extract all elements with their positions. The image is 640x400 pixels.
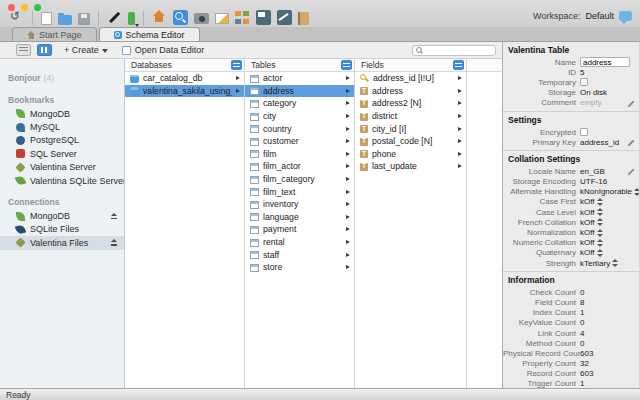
- list-item-address-id-i-u[interactable]: address_id [I!U]: [355, 72, 466, 85]
- list-item-film-actor[interactable]: film_actor: [245, 160, 354, 173]
- expand-arrow-icon: [346, 190, 350, 194]
- eject-icon[interactable]: [110, 239, 118, 246]
- list-item-city-id-i[interactable]: city_id [I]: [355, 122, 466, 135]
- list-item-district[interactable]: district: [355, 110, 466, 123]
- select-arrows-icon[interactable]: [597, 198, 603, 206]
- edit-pencil-icon[interactable]: [627, 168, 635, 176]
- list-item-payment[interactable]: payment: [245, 223, 354, 236]
- sidebar-item-mongodb[interactable]: MongoDB: [0, 209, 124, 222]
- sidebar-item-sqlite-files[interactable]: SQLite Files: [0, 223, 124, 236]
- list-item-car-catalog-db[interactable]: car_catalog_db: [125, 72, 244, 85]
- open-data-editor-checkbox[interactable]: Open Data Editor: [122, 45, 205, 55]
- sidebar-item-valentina-sqlite-server[interactable]: Valentina SQLite Server: [0, 174, 124, 187]
- list-item-customer[interactable]: customer: [245, 135, 354, 148]
- column-options-button[interactable]: [231, 60, 242, 70]
- schema-editor-icon[interactable]: [173, 10, 188, 25]
- pen-icon[interactable]: [107, 10, 122, 25]
- chevron-down-icon: [102, 49, 108, 53]
- list-item-category[interactable]: category: [245, 97, 354, 110]
- list-item-city[interactable]: city: [245, 110, 354, 123]
- database-icon: [130, 87, 139, 95]
- expand-arrow-icon: [346, 227, 350, 231]
- select-arrows-icon[interactable]: [597, 208, 603, 216]
- book-icon[interactable]: [298, 12, 309, 25]
- select-arrows-icon[interactable]: [634, 188, 639, 196]
- form-icon[interactable]: [256, 10, 271, 25]
- workspace-value[interactable]: Default: [585, 11, 614, 21]
- column-options-button[interactable]: [453, 60, 464, 70]
- name-input[interactable]: [580, 57, 630, 67]
- property-label: Quaternary: [503, 248, 580, 257]
- column-options-button[interactable]: [341, 60, 352, 70]
- table-icon: [250, 125, 259, 133]
- select-arrows-icon[interactable]: [597, 218, 603, 226]
- property-label: Case First: [503, 197, 580, 206]
- property-value-text: 32: [580, 359, 589, 368]
- power-icon[interactable]: [128, 12, 135, 25]
- column-list: actoraddresscategorycitycountrycustomerf…: [245, 72, 354, 388]
- list-item-last-update[interactable]: last_update: [355, 160, 466, 173]
- property-label: Field Count: [503, 298, 580, 307]
- list-item-valentina-sakila-using-foreign-key[interactable]: valentina_sakila_using_foreign_key: [125, 85, 244, 98]
- browser-column-fields: Fieldsaddress_id [I!U]addressaddress2 [N…: [355, 59, 467, 388]
- sidebar-item-sql-server[interactable]: SQL Server: [0, 147, 124, 160]
- create-button[interactable]: + Create: [64, 45, 108, 55]
- undo-icon[interactable]: [9, 10, 24, 25]
- image-icon[interactable]: [215, 13, 229, 24]
- list-item-film-text[interactable]: film_text: [245, 185, 354, 198]
- list-item-address2-n[interactable]: address2 [N]: [355, 97, 466, 110]
- open-folder-icon[interactable]: [58, 15, 72, 25]
- search-icon: [416, 47, 422, 53]
- table-icon: [250, 264, 259, 272]
- sidebar-item-valentina-files[interactable]: Valentina Files: [0, 236, 124, 249]
- tab-start-page[interactable]: Start Page: [12, 27, 97, 41]
- sidebar-item-bonjour[interactable]: Bonjour(4): [0, 71, 124, 85]
- eject-icon[interactable]: [110, 213, 118, 220]
- sidebar-item-mongodb[interactable]: MongoDB: [0, 107, 124, 120]
- property-value-text: 603: [580, 369, 593, 378]
- sidebar-item-label: Valentina Files: [30, 238, 88, 248]
- list-item-address[interactable]: address: [245, 85, 354, 98]
- home-icon[interactable]: [152, 10, 167, 25]
- checkbox[interactable]: [580, 78, 588, 86]
- edit-pencil-icon[interactable]: [627, 139, 635, 147]
- select-arrows-icon[interactable]: [597, 229, 603, 237]
- list-item-address[interactable]: address: [355, 85, 466, 98]
- select-arrows-icon[interactable]: [597, 239, 603, 247]
- save-icon[interactable]: [78, 13, 90, 25]
- select-arrows-icon[interactable]: [597, 249, 603, 257]
- tree-view-button[interactable]: [16, 44, 31, 56]
- property-row-record-count: Record Count603: [503, 369, 639, 379]
- list-item-phone[interactable]: phone: [355, 148, 466, 161]
- list-item-label: film: [263, 149, 342, 159]
- chart-icon[interactable]: [277, 10, 292, 25]
- sidebar-item-valentina-server[interactable]: Valentina Server: [0, 161, 124, 174]
- property-label: Encrypted: [503, 128, 580, 137]
- checkbox[interactable]: [580, 128, 588, 136]
- table-icon: [250, 163, 259, 171]
- list-item-film[interactable]: film: [245, 148, 354, 161]
- list-item-language[interactable]: language: [245, 211, 354, 224]
- data-editor-icon[interactable]: [194, 13, 209, 24]
- edit-pencil-icon[interactable]: [627, 100, 635, 108]
- property-value-text: kOff: [580, 208, 595, 217]
- sidebar-item-mysql[interactable]: MySQL: [0, 120, 124, 133]
- list-item-film-category[interactable]: film_category: [245, 173, 354, 186]
- search-input[interactable]: [425, 46, 492, 55]
- diagram-icon[interactable]: [235, 10, 250, 25]
- columns-view-button[interactable]: [37, 44, 52, 56]
- list-item-postal-code-n[interactable]: postal_code [N]: [355, 135, 466, 148]
- list-item-country[interactable]: country: [245, 122, 354, 135]
- feedback-chat-icon[interactable]: [619, 11, 632, 21]
- tab-schema-editor[interactable]: Schema Editor: [99, 27, 200, 41]
- property-value-text: kOff: [580, 238, 595, 247]
- list-item-staff[interactable]: staff: [245, 248, 354, 261]
- list-item-inventory[interactable]: inventory: [245, 198, 354, 211]
- sidebar-item-postgresql[interactable]: PostgreSQL: [0, 134, 124, 147]
- list-item-store[interactable]: store: [245, 261, 354, 274]
- select-arrows-icon[interactable]: [612, 259, 618, 267]
- list-item-actor[interactable]: actor: [245, 72, 354, 85]
- column-list: address_id [I!U]addressaddress2 [N]distr…: [355, 72, 466, 388]
- new-file-icon[interactable]: [41, 12, 52, 25]
- list-item-rental[interactable]: rental: [245, 236, 354, 249]
